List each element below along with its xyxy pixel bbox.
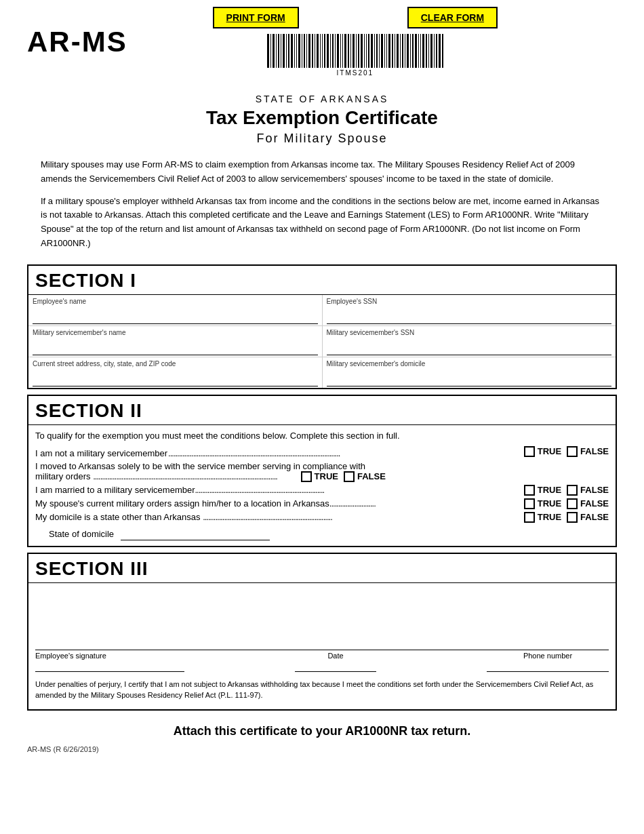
checkbox-4-false[interactable] — [567, 498, 578, 509]
checkbox-5-false[interactable] — [567, 512, 578, 523]
date-input[interactable] — [295, 660, 376, 672]
svg-rect-30 — [344, 34, 346, 68]
svg-rect-7 — [286, 34, 287, 68]
section-3-body: Employee's signature Date Phone number U… — [28, 583, 616, 709]
svg-rect-8 — [288, 34, 289, 68]
svg-rect-20 — [320, 34, 321, 68]
checkbox-4-text: My spouse's current military orders assi… — [35, 498, 500, 509]
employee-ssn-cell: Employee's SSN — [323, 295, 616, 325]
address-input[interactable] — [33, 376, 318, 386]
checkbox-5-false-label: FALSE — [580, 512, 609, 522]
svg-rect-19 — [317, 34, 319, 68]
domicile-input[interactable] — [327, 376, 612, 386]
date-label: Date — [327, 652, 343, 660]
checkbox-2-true[interactable] — [301, 471, 312, 482]
svg-rect-38 — [366, 34, 367, 68]
svg-rect-14 — [304, 34, 305, 68]
phone-input[interactable] — [487, 660, 609, 672]
svg-rect-46 — [386, 34, 387, 68]
checkbox-3-false-label: FALSE — [580, 485, 609, 495]
svg-rect-15 — [306, 34, 307, 68]
svg-rect-57 — [415, 34, 417, 68]
checkbox-3-false-group: FALSE — [567, 485, 609, 496]
address-label: Current street address, city, state, and… — [33, 360, 318, 368]
section-1-header: SECTION I — [28, 266, 616, 295]
domicile-state-input[interactable] — [121, 528, 270, 540]
svg-rect-0 — [267, 34, 269, 68]
svg-rect-29 — [342, 34, 343, 68]
svg-rect-40 — [371, 34, 373, 68]
section-3-header: SECTION III — [28, 554, 616, 583]
clear-form-button[interactable]: CLEAR FORM — [407, 7, 498, 28]
domicile-state-label: State of domicile — [49, 529, 114, 539]
svg-rect-58 — [418, 34, 419, 68]
svg-rect-39 — [368, 34, 369, 68]
svg-rect-5 — [281, 34, 281, 68]
svg-rect-62 — [428, 34, 429, 68]
checkbox-row-3: I am married to a military servicemember… — [35, 485, 609, 496]
cert-subtitle: For Military Spouse — [27, 132, 617, 146]
checkbox-4-true-group: TRUE — [524, 498, 561, 509]
svg-rect-67 — [442, 34, 443, 68]
svg-rect-6 — [283, 34, 285, 68]
svg-rect-3 — [276, 34, 277, 68]
svg-rect-59 — [420, 34, 421, 68]
employee-signature-field: Employee's signature — [35, 652, 184, 672]
svg-rect-64 — [434, 34, 435, 68]
field-row-3: Current street address, city, state, and… — [28, 357, 616, 388]
svg-rect-25 — [332, 34, 334, 68]
attach-notice: Attach this certificate to your AR1000NR… — [27, 724, 617, 738]
print-form-button[interactable]: PRINT FORM — [213, 7, 299, 28]
checkbox-2-group: TRUE FALSE — [277, 471, 386, 482]
checkbox-1-false[interactable] — [567, 446, 578, 457]
section-1: SECTION I Employee's name Employee's SSN… — [27, 264, 617, 389]
servicemember-ssn-label: Military sevicemember's SSN — [327, 329, 612, 336]
servicemember-ssn-cell: Military sevicemember's SSN — [323, 326, 616, 357]
section-3: SECTION III Employee's signature Date Ph… — [27, 553, 617, 711]
svg-rect-12 — [298, 34, 300, 68]
checkbox-2-false-group: FALSE — [344, 471, 386, 482]
section-2-body: To qualify for the exemption you must me… — [28, 425, 616, 546]
servicemember-name-input[interactable] — [33, 344, 318, 355]
checkbox-5-text: My domicile is a state other than Arkans… — [35, 512, 500, 522]
checkbox-2-false[interactable] — [344, 471, 355, 482]
checkbox-3-true[interactable] — [524, 485, 535, 496]
section-2-title: SECTION II — [35, 400, 142, 421]
employee-ssn-label: Employee's SSN — [327, 298, 612, 305]
employee-name-input[interactable] — [33, 313, 318, 324]
title-section: STATE OF ARKANSAS Tax Exemption Certific… — [27, 94, 617, 146]
checkbox-row-2: I moved to Arkansas solely to be with th… — [35, 461, 609, 482]
svg-rect-53 — [405, 34, 405, 68]
description-para1: Military spouses may use Form AR-MS to c… — [41, 158, 603, 186]
employee-signature-input[interactable] — [35, 660, 184, 672]
svg-rect-50 — [397, 34, 399, 68]
employee-ssn-input[interactable] — [327, 313, 612, 324]
svg-rect-45 — [384, 34, 385, 68]
svg-rect-23 — [327, 34, 329, 68]
phone-label: Phone number — [523, 652, 572, 660]
employee-name-cell: Employee's name — [28, 295, 323, 325]
checkbox-4-true[interactable] — [524, 498, 535, 509]
checkbox-2-line2: military orders ........................… — [35, 471, 609, 482]
svg-rect-65 — [436, 34, 437, 68]
svg-rect-18 — [315, 34, 315, 68]
checkbox-2-true-group: TRUE — [301, 471, 338, 482]
svg-rect-41 — [374, 34, 375, 68]
servicemember-name-label: Military servicemember's name — [33, 329, 318, 336]
svg-rect-44 — [381, 34, 383, 68]
checkbox-row-5: My domicile is a state other than Arkans… — [35, 512, 609, 523]
svg-rect-28 — [340, 34, 341, 68]
svg-rect-31 — [348, 34, 349, 68]
svg-rect-34 — [356, 34, 357, 68]
svg-rect-26 — [335, 34, 336, 68]
checkbox-4-true-label: TRUE — [538, 498, 561, 509]
checkbox-5-true[interactable] — [524, 512, 535, 523]
domicile-cell: Military sevicemember's domicile — [323, 357, 616, 388]
form-id: AR-MS — [27, 26, 127, 58]
checkbox-2-text-part2: military orders ........................… — [35, 471, 277, 481]
checkbox-3-false[interactable] — [567, 485, 578, 496]
servicemember-ssn-input[interactable] — [327, 344, 612, 355]
description-para2: If a military spouse's employer withheld… — [41, 195, 603, 251]
checkbox-1-true[interactable] — [524, 446, 535, 457]
svg-rect-11 — [296, 34, 297, 68]
